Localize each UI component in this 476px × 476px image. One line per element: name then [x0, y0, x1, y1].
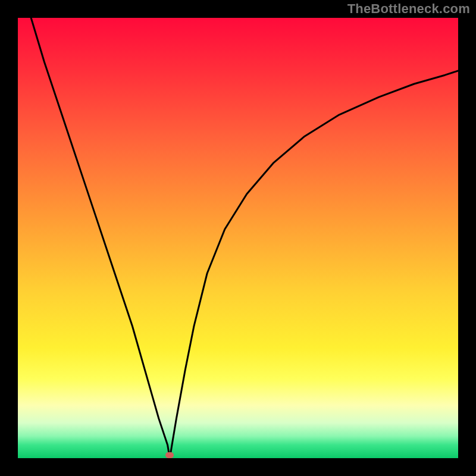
minimum-marker [165, 452, 174, 458]
chart-frame: TheBottleneck.com [0, 0, 476, 476]
bottleneck-curve [18, 18, 458, 458]
plot-area [18, 18, 458, 458]
watermark-text: TheBottleneck.com [347, 1, 470, 17]
